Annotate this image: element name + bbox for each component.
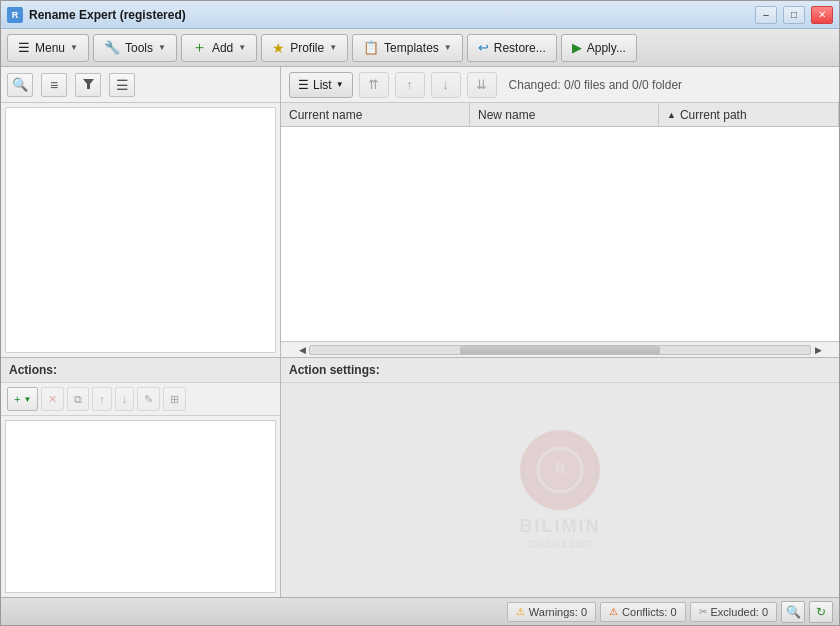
list-icon: ☰ [116,77,129,93]
excluded-icon: ✂ [699,606,707,617]
add-button[interactable]: ＋ Add ▼ [181,34,257,62]
actions-toolbar: + ▼ ✕ ⧉ ↑ ↓ ✎ [1,383,280,416]
nav-first-icon: ⇈ [368,77,379,92]
action-add-arrow-icon: ▼ [23,395,31,404]
warnings-status: ⚠ Warnings: 0 [507,602,596,622]
refresh-icon: ↻ [816,605,826,619]
nav-next-button[interactable]: ↓ [431,72,461,98]
nav-first-button[interactable]: ⇈ [359,72,389,98]
window-title: Rename Expert (registered) [29,8,749,22]
action-down-button[interactable]: ↓ [115,387,135,411]
settings-label: Action settings: [281,358,839,383]
action-duplicate-icon: ⊞ [170,393,179,406]
action-copy-button[interactable]: ⧉ [67,387,89,411]
list-toolbar: ☰ List ▼ ⇈ ↑ ↓ ⇊ Changed: 0/0 files and … [281,67,839,103]
col-path-header: ▲ Current path [659,103,839,126]
menu-arrow-icon: ▼ [70,43,78,52]
list-view-button[interactable]: ☰ [109,73,135,97]
warning-icon: ⚠ [516,606,525,617]
right-panel: ☰ List ▼ ⇈ ↑ ↓ ⇊ Changed: 0/0 files and … [281,67,839,597]
conflicts-status: ⚠ Conflicts: 0 [600,602,685,622]
hscroll-right-button[interactable]: ▶ [811,343,825,357]
search-status-icon: 🔍 [786,605,801,619]
list-mode-button[interactable]: ☰ List ▼ [289,72,353,98]
watermark: R BILIMIN toolbox.com [520,430,601,551]
nav-last-button[interactable]: ⇊ [467,72,497,98]
sort-icon: ▲ [667,110,676,120]
action-duplicate-button[interactable]: ⊞ [163,387,186,411]
file-list: Current name New name ▲ Current path [281,103,839,341]
nav-prev-icon: ↑ [406,77,413,92]
action-edit-button[interactable]: ✎ [137,387,160,411]
action-edit-icon: ✎ [144,393,153,406]
hscroll-thumb[interactable] [460,346,660,354]
actions-label: Actions: [1,358,280,383]
action-down-icon: ↓ [122,393,128,405]
filter-icon [82,77,95,93]
nav-last-icon: ⇊ [476,77,487,92]
main-toolbar: ☰ Menu ▼ 🔧 Tools ▼ ＋ Add ▼ ★ Profile ▼ 📋… [1,29,839,67]
refresh-button[interactable]: ↻ [809,601,833,623]
main-content: 🔍 ≡ ☰ Actions: [1,67,839,597]
actions-panel: Actions: + ▼ ✕ ⧉ ↑ ↓ [1,357,280,597]
actions-list [5,420,276,593]
restore-icon: ↩ [478,40,489,55]
nav-prev-button[interactable]: ↑ [395,72,425,98]
file-list-header: Current name New name ▲ Current path [281,103,839,127]
tree-view-button[interactable]: ≡ [41,73,67,97]
action-delete-button[interactable]: ✕ [41,387,64,411]
menu-icon: ☰ [18,40,30,55]
templates-icon: 📋 [363,40,379,55]
changed-status: Changed: 0/0 files and 0/0 folder [509,78,682,92]
action-add-icon: + [14,393,20,405]
action-up-icon: ↑ [99,393,105,405]
add-icon: ＋ [192,38,207,57]
tools-button[interactable]: 🔧 Tools ▼ [93,34,177,62]
main-window: R Rename Expert (registered) – □ ✕ ☰ Men… [0,0,840,626]
maximize-button[interactable]: □ [783,6,805,24]
file-preview-area [5,107,276,353]
app-icon: R [7,7,23,23]
watermark-text: BILIMIN [520,516,601,537]
hscroll-track [309,345,811,355]
filter-toolbar: 🔍 ≡ ☰ [1,67,280,103]
search-button[interactable]: 🔍 [7,73,33,97]
minimize-button[interactable]: – [755,6,777,24]
action-delete-icon: ✕ [48,393,57,406]
settings-panel: Action settings: R BILIMIN toolbox.com [281,357,839,597]
profile-icon: ★ [272,40,285,56]
file-list-body[interactable] [281,127,839,341]
search-icon: 🔍 [12,77,28,92]
tools-arrow-icon: ▼ [158,43,166,52]
search-status-button[interactable]: 🔍 [781,601,805,623]
list-mode-icon: ☰ [298,78,309,92]
col-new-name-header: New name [470,103,659,126]
status-bar: ⚠ Warnings: 0 ⚠ Conflicts: 0 ✂ Excluded:… [1,597,839,625]
svg-text:R: R [555,459,565,475]
list-mode-arrow-icon: ▼ [336,80,344,89]
watermark-sub: toolbox.com [528,537,593,551]
hscroll-area: ◀ ▶ [281,341,839,357]
close-button[interactable]: ✕ [811,6,833,24]
templates-button[interactable]: 📋 Templates ▼ [352,34,463,62]
nav-next-icon: ↓ [442,77,449,92]
action-add-button[interactable]: + ▼ [7,387,38,411]
apply-icon: ▶ [572,40,582,55]
hscroll-left-button[interactable]: ◀ [295,343,309,357]
excluded-status: ✂ Excluded: 0 [690,602,777,622]
restore-button[interactable]: ↩ Restore... [467,34,557,62]
apply-button[interactable]: ▶ Apply... [561,34,637,62]
action-up-button[interactable]: ↑ [92,387,112,411]
conflict-icon: ⚠ [609,606,618,617]
col-current-name-header: Current name [281,103,470,126]
tree-icon: ≡ [50,77,58,93]
profile-arrow-icon: ▼ [329,43,337,52]
templates-arrow-icon: ▼ [444,43,452,52]
profile-button[interactable]: ★ Profile ▼ [261,34,348,62]
tools-icon: 🔧 [104,40,120,55]
left-panel: 🔍 ≡ ☰ Actions: [1,67,281,597]
settings-body: R BILIMIN toolbox.com [281,383,839,597]
filter-button[interactable] [75,73,101,97]
add-arrow-icon: ▼ [238,43,246,52]
menu-button[interactable]: ☰ Menu ▼ [7,34,89,62]
